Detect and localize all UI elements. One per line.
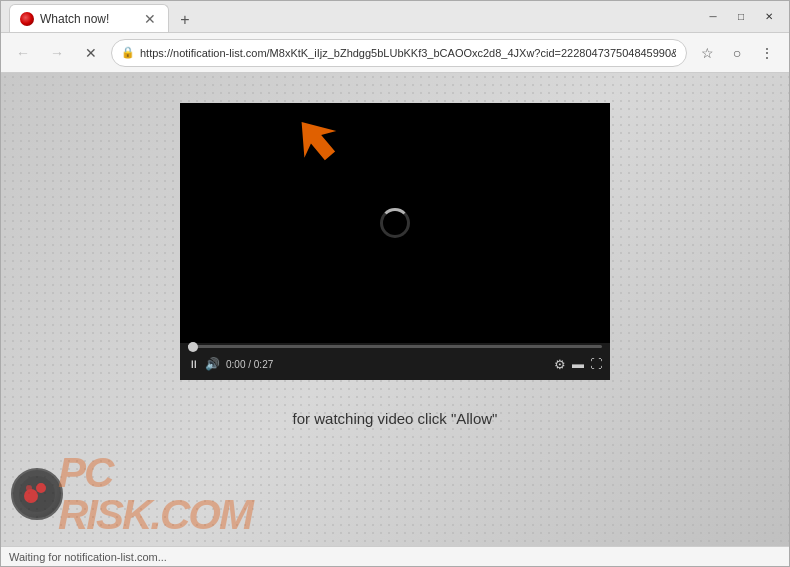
- forward-button[interactable]: →: [43, 39, 71, 67]
- status-bar: Waiting for notification-list.com...: [1, 546, 789, 566]
- settings-button[interactable]: ⚙: [554, 357, 566, 372]
- watermark: PC risk.com: [11, 452, 252, 536]
- video-controls: ⏸ 🔊 0:00 / 0:27 ⚙ ▬ ⛶: [180, 348, 610, 380]
- content-area: ⏸ 🔊 0:00 / 0:27 ⚙ ▬ ⛶ for watching video…: [1, 73, 789, 546]
- tab-close-button[interactable]: ✕: [142, 12, 158, 26]
- reload-button[interactable]: ✕: [77, 39, 105, 67]
- url-input[interactable]: [111, 39, 687, 67]
- back-button[interactable]: ←: [9, 39, 37, 67]
- video-player[interactable]: ⏸ 🔊 0:00 / 0:27 ⚙ ▬ ⛶: [180, 103, 610, 380]
- video-screen: [180, 103, 610, 343]
- window-controls: ─ □ ✕: [701, 9, 781, 25]
- svg-point-4: [26, 485, 32, 491]
- theatre-button[interactable]: ▬: [572, 357, 584, 371]
- title-bar: Whatch now! ✕ + ─ □ ✕: [1, 1, 789, 33]
- svg-point-2: [24, 489, 38, 503]
- bookmark-button[interactable]: ☆: [693, 39, 721, 67]
- watermark-risk: risk: [58, 491, 150, 538]
- browser-tab[interactable]: Whatch now! ✕: [9, 4, 169, 32]
- watch-instruction-text: for watching video click "Allow": [293, 410, 498, 427]
- maximize-button[interactable]: □: [729, 9, 753, 25]
- address-actions: ☆ ○ ⋮: [693, 39, 781, 67]
- progress-track[interactable]: [188, 345, 602, 348]
- progress-handle[interactable]: [188, 342, 198, 352]
- new-tab-button[interactable]: +: [173, 8, 197, 32]
- loading-spinner: [380, 208, 410, 238]
- status-text: Waiting for notification-list.com...: [9, 551, 167, 563]
- tab-title: Whatch now!: [40, 12, 136, 26]
- profile-button[interactable]: ○: [723, 39, 751, 67]
- watermark-logo: [11, 468, 63, 520]
- play-pause-button[interactable]: ⏸: [188, 358, 199, 370]
- lock-icon: 🔒: [121, 46, 135, 59]
- orange-arrow: [290, 113, 340, 163]
- close-button[interactable]: ✕: [757, 9, 781, 25]
- tab-bar: Whatch now! ✕ +: [9, 1, 693, 32]
- minimize-button[interactable]: ─: [701, 9, 725, 25]
- address-bar: ← → ✕ 🔒 ☆ ○ ⋮: [1, 33, 789, 73]
- fullscreen-button[interactable]: ⛶: [590, 357, 602, 371]
- watermark-pc: PC: [58, 449, 112, 496]
- browser-window: Whatch now! ✕ + ─ □ ✕ ← → ✕ 🔒 ☆ ○ ⋮: [0, 0, 790, 567]
- watermark-com: .com: [150, 491, 252, 538]
- menu-button[interactable]: ⋮: [753, 39, 781, 67]
- svg-point-3: [36, 483, 46, 493]
- progress-row[interactable]: [180, 343, 610, 348]
- watermark-text: PC risk.com: [58, 452, 252, 536]
- time-display: 0:00 / 0:27: [226, 359, 273, 370]
- svg-marker-0: [290, 113, 340, 163]
- right-controls: ⚙ ▬ ⛶: [554, 357, 602, 372]
- tab-favicon: [20, 12, 34, 26]
- volume-button[interactable]: 🔊: [205, 357, 220, 371]
- address-box: 🔒: [111, 39, 687, 67]
